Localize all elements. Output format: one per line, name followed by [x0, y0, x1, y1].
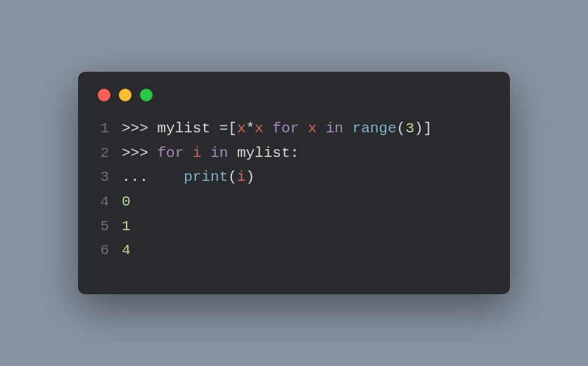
code-line: 1 >>> mylist =[x*x for x in range(3)] — [98, 117, 490, 141]
whitespace — [210, 120, 219, 137]
code-content: 0 — [122, 190, 131, 215]
line-number: 4 — [98, 190, 122, 215]
builtin-print: print — [184, 169, 228, 185]
code-line: 3 ... print(i) — [98, 165, 490, 190]
keyword-in: in — [210, 145, 228, 161]
code-content: 1 — [122, 215, 131, 239]
line-number: 3 — [98, 165, 122, 190]
whitespace — [157, 169, 184, 185]
keyword-in: in — [326, 120, 343, 137]
repl-continuation: ... — [122, 169, 157, 185]
output-line: 6 4 — [98, 239, 490, 263]
variable: i — [193, 145, 202, 161]
code-content: >>> mylist =[x*x for x in range(3)] — [122, 117, 432, 141]
builtin-range: range — [352, 120, 397, 137]
whitespace — [317, 120, 326, 137]
variable: i — [237, 169, 246, 185]
paren-open: ( — [397, 120, 406, 137]
whitespace — [343, 120, 352, 137]
output-value: 4 — [122, 242, 131, 258]
variable: x — [237, 120, 246, 137]
line-number: 1 — [98, 117, 122, 141]
whitespace — [184, 145, 193, 161]
line-number: 2 — [98, 141, 122, 166]
repl-prompt: >>> — [122, 145, 157, 161]
identifier: mylist — [157, 120, 210, 137]
paren-open: ( — [228, 169, 237, 185]
paren-close: ) — [414, 120, 423, 137]
operator-equals: = — [219, 120, 229, 137]
whitespace — [264, 120, 273, 137]
code-content: 4 — [122, 239, 131, 263]
code-content: >>> for i in mylist: — [122, 141, 299, 166]
close-icon[interactable] — [98, 89, 110, 101]
identifier: mylist — [237, 145, 290, 161]
whitespace — [228, 145, 237, 161]
variable: x — [308, 120, 317, 137]
line-number: 6 — [98, 239, 122, 263]
output-line: 4 0 — [98, 190, 490, 215]
minimize-icon[interactable] — [119, 89, 132, 101]
whitespace — [299, 120, 308, 137]
paren-close: ) — [245, 169, 255, 185]
operator-star: * — [245, 120, 255, 137]
output-value: 1 — [122, 218, 131, 234]
bracket-close: ] — [423, 120, 433, 137]
code-area: 1 >>> mylist =[x*x for x in range(3)] 2 … — [98, 117, 490, 263]
colon: : — [290, 145, 300, 161]
bracket-open: [ — [228, 120, 237, 137]
maximize-icon[interactable] — [140, 89, 153, 101]
code-line: 2 >>> for i in mylist: — [98, 141, 490, 166]
keyword-for: for — [157, 145, 184, 161]
traffic-lights — [98, 89, 490, 101]
variable: x — [255, 120, 264, 137]
line-number: 5 — [98, 215, 122, 239]
repl-prompt: >>> — [122, 120, 157, 137]
output-value: 0 — [122, 194, 131, 210]
whitespace — [201, 145, 210, 161]
number-literal: 3 — [405, 120, 414, 137]
code-content: ... print(i) — [122, 165, 255, 190]
keyword-for: for — [272, 120, 299, 137]
output-line: 5 1 — [98, 215, 490, 239]
terminal-window: 1 >>> mylist =[x*x for x in range(3)] 2 … — [78, 72, 510, 294]
